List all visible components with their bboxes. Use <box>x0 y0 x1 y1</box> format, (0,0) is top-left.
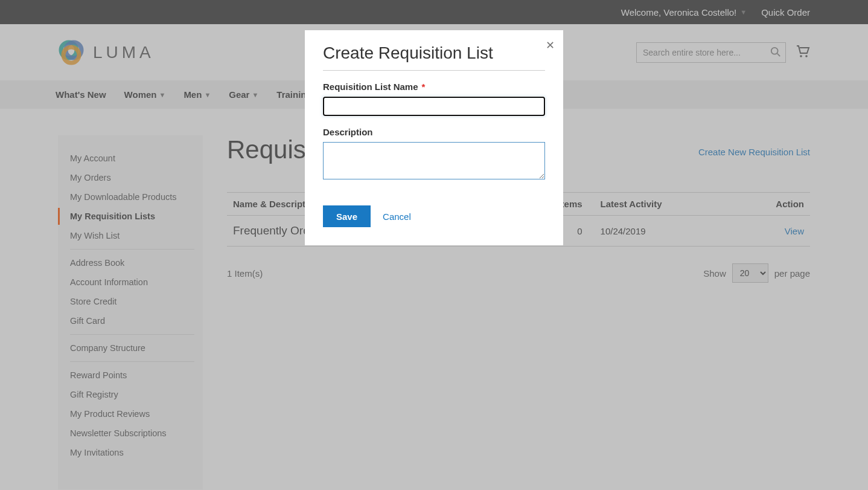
create-requisition-modal: ✕ Create Requisition List Requisition Li… <box>305 30 563 245</box>
cancel-button[interactable]: Cancel <box>383 211 411 222</box>
requisition-description-input[interactable] <box>323 142 545 179</box>
requisition-name-input[interactable] <box>323 97 545 116</box>
required-star: * <box>422 82 426 92</box>
close-icon[interactable]: ✕ <box>546 39 555 52</box>
name-label: Requisition List Name* <box>323 82 545 92</box>
modal-title: Create Requisition List <box>323 44 545 71</box>
description-label: Description <box>323 127 545 137</box>
save-button[interactable]: Save <box>323 205 371 227</box>
modal-actions: Save Cancel <box>323 205 545 227</box>
